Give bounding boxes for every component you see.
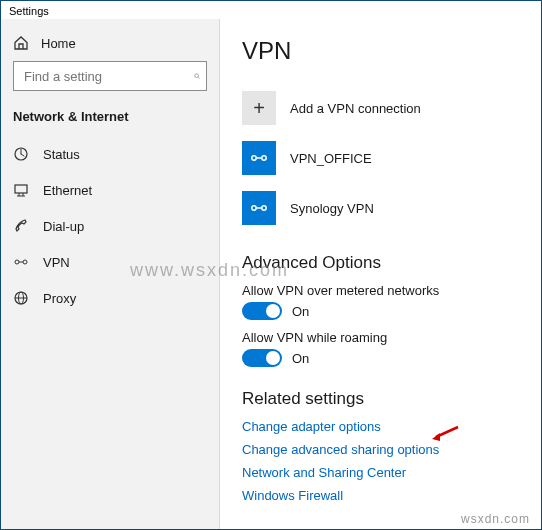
vpn-icon [13, 254, 29, 270]
dialup-icon [13, 218, 29, 234]
svg-point-18 [252, 206, 256, 210]
roaming-label: Allow VPN while roaming [242, 330, 519, 345]
toggle-state-text: On [292, 304, 309, 319]
vpn-connection-label: Synology VPN [290, 201, 374, 216]
home-icon [13, 35, 29, 51]
add-vpn-button[interactable]: + Add a VPN connection [242, 85, 519, 131]
footer-watermark: wsxdn.com [461, 512, 530, 526]
sidebar-item-label: Ethernet [43, 183, 92, 198]
svg-line-4 [21, 154, 24, 156]
search-input[interactable] [22, 68, 194, 85]
sidebar-item-label: VPN [43, 255, 70, 270]
sidebar-section-title: Network & Internet [1, 105, 219, 136]
vpn-connection-icon [242, 191, 276, 225]
sidebar-item-label: Dial-up [43, 219, 84, 234]
sidebar-item-ethernet[interactable]: Ethernet [1, 172, 219, 208]
sidebar-item-proxy[interactable]: Proxy [1, 280, 219, 316]
sidebar: Home Network & Internet Status Ethernet … [1, 19, 220, 529]
svg-point-9 [15, 260, 19, 264]
status-icon [13, 146, 29, 162]
proxy-icon [13, 290, 29, 306]
link-change-adapter[interactable]: Change adapter options [242, 419, 519, 434]
home-nav[interactable]: Home [1, 29, 219, 61]
vpn-connection-item[interactable]: VPN_OFFICE [242, 135, 519, 181]
metered-toggle[interactable] [242, 302, 282, 320]
advanced-options-heading: Advanced Options [242, 253, 519, 273]
svg-line-1 [198, 77, 200, 79]
metered-label: Allow VPN over metered networks [242, 283, 519, 298]
sidebar-item-vpn[interactable]: VPN [1, 244, 219, 280]
svg-point-15 [252, 156, 256, 160]
svg-rect-5 [15, 185, 27, 193]
toggle-state-text: On [292, 351, 309, 366]
svg-point-0 [195, 74, 199, 78]
link-windows-firewall[interactable]: Windows Firewall [242, 488, 519, 503]
vpn-connection-icon [242, 141, 276, 175]
sidebar-item-label: Status [43, 147, 80, 162]
page-title: VPN [242, 37, 519, 65]
plus-icon: + [242, 91, 276, 125]
sidebar-item-label: Proxy [43, 291, 76, 306]
related-settings-heading: Related settings [242, 389, 519, 409]
svg-point-19 [262, 206, 266, 210]
ethernet-icon [13, 182, 29, 198]
add-vpn-label: Add a VPN connection [290, 101, 421, 116]
sidebar-item-status[interactable]: Status [1, 136, 219, 172]
link-network-sharing-center[interactable]: Network and Sharing Center [242, 465, 519, 480]
svg-point-16 [262, 156, 266, 160]
search-icon [194, 69, 200, 83]
svg-point-10 [23, 260, 27, 264]
main-panel: VPN + Add a VPN connection VPN_OFFICE Sy… [220, 19, 541, 529]
sidebar-item-dialup[interactable]: Dial-up [1, 208, 219, 244]
link-change-sharing[interactable]: Change advanced sharing options [242, 442, 519, 457]
home-label: Home [41, 36, 76, 51]
search-box[interactable] [13, 61, 207, 91]
roaming-toggle[interactable] [242, 349, 282, 367]
vpn-connection-label: VPN_OFFICE [290, 151, 372, 166]
window-title: Settings [1, 1, 541, 19]
vpn-connection-item[interactable]: Synology VPN [242, 185, 519, 231]
